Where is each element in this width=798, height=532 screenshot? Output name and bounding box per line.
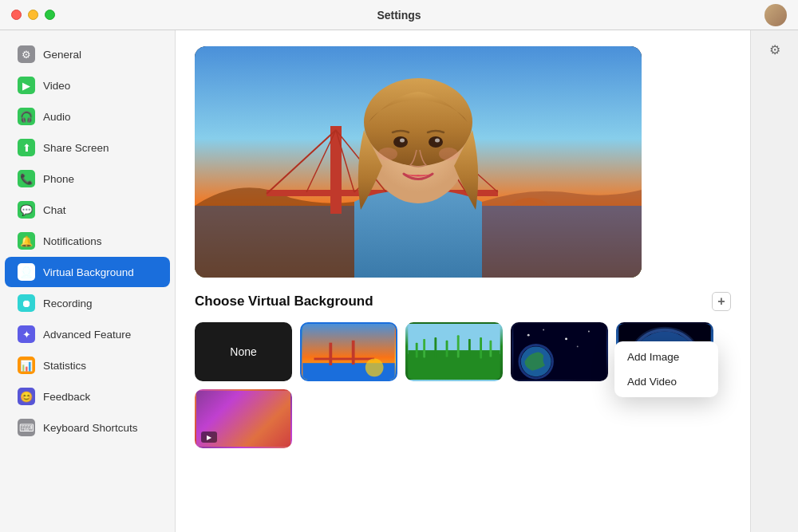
feedback-icon: 😊 bbox=[18, 388, 35, 405]
svg-rect-26 bbox=[352, 341, 355, 365]
bg-option-none[interactable]: None bbox=[195, 322, 292, 381]
feedback-label: Feedback bbox=[43, 391, 90, 403]
add-icon: + bbox=[717, 294, 725, 309]
statistics-label: Statistics bbox=[43, 360, 86, 372]
close-button[interactable] bbox=[11, 10, 22, 20]
advanced-feature-icon: ✦ bbox=[18, 325, 35, 343]
sidebar-item-video[interactable]: ▶Video bbox=[5, 70, 170, 100]
recording-icon: ⏺ bbox=[18, 294, 35, 312]
svg-point-22 bbox=[439, 148, 458, 160]
keyboard-shortcuts-label: Keyboard Shortcuts bbox=[43, 422, 138, 434]
sidebar-item-share-screen[interactable]: ⬆Share Screen bbox=[5, 132, 170, 163]
phone-label: Phone bbox=[43, 173, 74, 185]
svg-point-28 bbox=[365, 359, 384, 377]
bg-option-space[interactable] bbox=[511, 322, 608, 381]
user-avatar[interactable] bbox=[764, 4, 787, 26]
sidebar-item-virtual-background[interactable]: 👤Virtual Background bbox=[5, 257, 170, 287]
sidebar-item-feedback[interactable]: 😊Feedback bbox=[5, 381, 170, 412]
bg-option-nature[interactable] bbox=[405, 322, 503, 381]
bg-option-bridge[interactable] bbox=[300, 322, 397, 381]
bg-option-gradient[interactable]: ▶ bbox=[195, 389, 292, 448]
add-video-item[interactable]: Add Video bbox=[614, 369, 718, 394]
svg-point-42 bbox=[565, 338, 567, 341]
svg-rect-30 bbox=[408, 350, 500, 380]
minimize-button[interactable] bbox=[28, 10, 38, 20]
traffic-lights bbox=[11, 10, 55, 20]
sidebar-item-chat[interactable]: 💬Chat bbox=[5, 195, 170, 225]
window-title: Settings bbox=[377, 9, 421, 22]
svg-rect-29 bbox=[408, 324, 500, 354]
svg-point-40 bbox=[527, 334, 530, 337]
sidebar-item-phone[interactable]: 📞Phone bbox=[5, 164, 170, 194]
sidebar-item-general[interactable]: ⚙General bbox=[5, 39, 170, 69]
sidebar-item-advanced-feature[interactable]: ✦Advanced Feature bbox=[5, 319, 170, 349]
video-label: Video bbox=[43, 80, 70, 92]
svg-point-18 bbox=[429, 136, 443, 148]
svg-point-41 bbox=[543, 329, 544, 331]
chat-label: Chat bbox=[43, 204, 66, 216]
sidebar-item-statistics[interactable]: 📊Statistics bbox=[5, 350, 170, 380]
bg-none-label: None bbox=[230, 345, 256, 358]
svg-rect-38 bbox=[489, 341, 492, 357]
svg-rect-31 bbox=[416, 343, 418, 358]
add-background-button[interactable]: + bbox=[712, 292, 731, 311]
sidebar-item-keyboard-shortcuts[interactable]: ⌨Keyboard Shortcuts bbox=[5, 412, 170, 443]
sidebar: ⚙General▶Video🎧Audio⬆Share Screen📞Phone💬… bbox=[0, 30, 176, 532]
add-image-label: Add Image bbox=[627, 351, 679, 363]
notifications-label: Notifications bbox=[43, 235, 102, 247]
section-header: Choose Virtual Background + bbox=[195, 292, 731, 311]
keyboard-shortcuts-icon: ⌨ bbox=[18, 419, 35, 436]
section-title-text: Choose Virtual Background bbox=[195, 294, 373, 309]
main-content: Choose Virtual Background + None bbox=[176, 30, 750, 532]
sidebar-item-audio[interactable]: 🎧Audio bbox=[5, 101, 170, 132]
audio-icon: 🎧 bbox=[18, 108, 35, 125]
virtual-background-icon: 👤 bbox=[18, 263, 35, 281]
right-gear-button[interactable]: ⚙ bbox=[764, 38, 786, 61]
virtual-background-label: Virtual Background bbox=[43, 266, 134, 278]
share-screen-label: Share Screen bbox=[43, 142, 109, 154]
svg-rect-25 bbox=[329, 343, 332, 365]
svg-rect-34 bbox=[446, 341, 448, 357]
notifications-icon: 🔔 bbox=[18, 232, 35, 250]
recording-label: Recording bbox=[43, 298, 93, 309]
general-label: General bbox=[43, 49, 81, 61]
statistics-icon: 📊 bbox=[18, 357, 35, 374]
app-body: ⚙General▶Video🎧Audio⬆Share Screen📞Phone💬… bbox=[0, 30, 798, 532]
svg-point-44 bbox=[577, 345, 579, 347]
svg-point-17 bbox=[393, 136, 408, 148]
svg-point-43 bbox=[588, 331, 590, 333]
sidebar-item-notifications[interactable]: 🔔Notifications bbox=[5, 226, 170, 256]
video-indicator-gradient: ▶ bbox=[201, 432, 217, 443]
right-panel: ⚙ bbox=[750, 30, 798, 532]
share-screen-icon: ⬆ bbox=[18, 139, 35, 156]
svg-rect-32 bbox=[423, 339, 425, 358]
audio-label: Audio bbox=[43, 111, 71, 123]
video-icon: ▶ bbox=[18, 77, 35, 94]
add-video-label: Add Video bbox=[627, 376, 677, 388]
advanced-feature-label: Advanced Feature bbox=[43, 329, 131, 341]
titlebar-right bbox=[764, 4, 787, 26]
gear-icon: ⚙ bbox=[769, 42, 780, 57]
general-icon: ⚙ bbox=[18, 45, 35, 63]
phone-icon: 📞 bbox=[18, 170, 35, 187]
svg-point-20 bbox=[435, 139, 440, 143]
add-image-item[interactable]: Add Image bbox=[614, 345, 718, 369]
svg-rect-33 bbox=[434, 337, 437, 358]
svg-point-19 bbox=[400, 139, 405, 143]
svg-rect-27 bbox=[314, 358, 374, 361]
chat-icon: 💬 bbox=[18, 201, 35, 219]
sidebar-item-recording[interactable]: ⏺Recording bbox=[5, 288, 170, 318]
add-background-dropdown: Add Image Add Video bbox=[614, 341, 718, 397]
svg-rect-35 bbox=[457, 335, 460, 357]
svg-rect-36 bbox=[468, 339, 471, 358]
svg-rect-37 bbox=[480, 337, 482, 358]
svg-point-21 bbox=[378, 148, 397, 160]
titlebar: Settings bbox=[0, 0, 798, 30]
virtual-background-preview bbox=[195, 46, 642, 278]
maximize-button[interactable] bbox=[45, 10, 55, 20]
